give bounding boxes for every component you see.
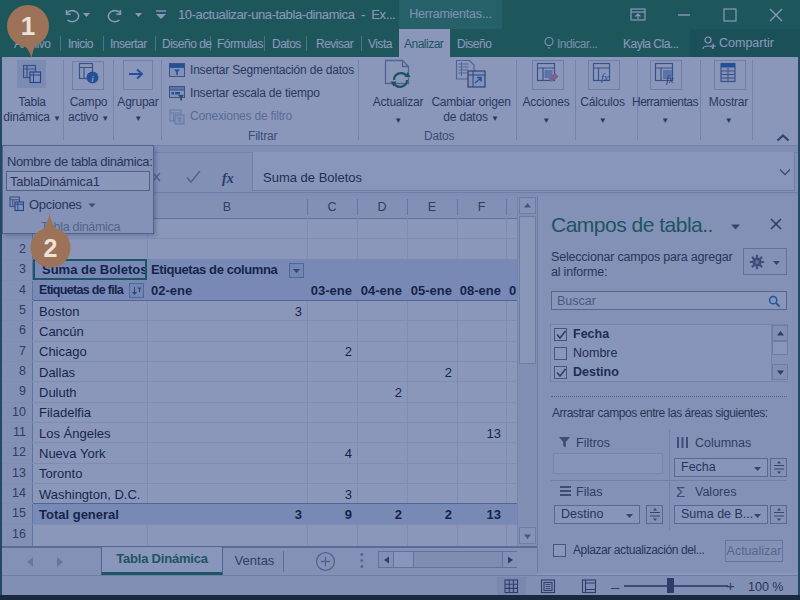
svg-text:2: 2 [44,234,58,262]
svg-text:1: 1 [21,11,35,41]
